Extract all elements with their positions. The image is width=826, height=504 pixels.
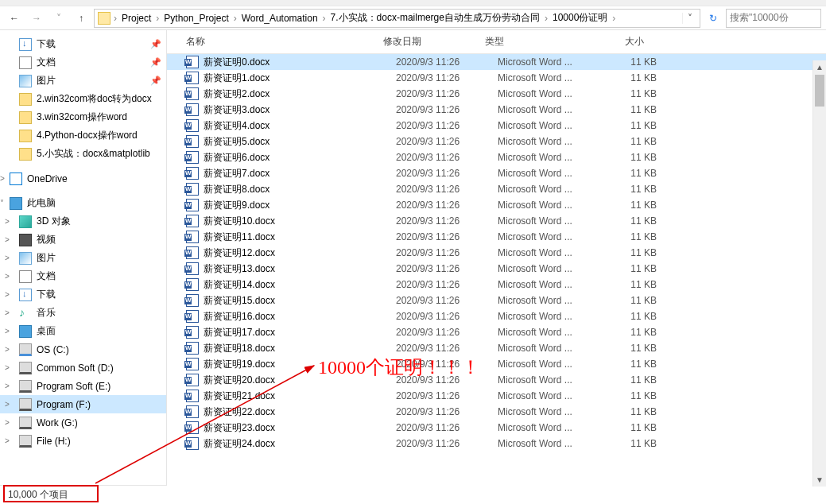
file-row[interactable]: 薪资证明17.docx2020/9/3 11:26Microsoft Word … bbox=[167, 324, 826, 340]
breadcrumb-seg[interactable]: Python_Project bbox=[162, 13, 230, 24]
quick-access-item[interactable]: 图片📌 bbox=[0, 72, 166, 90]
chevron-right-icon[interactable]: › bbox=[321, 13, 328, 24]
file-type: Microsoft Word ... bbox=[498, 327, 593, 338]
expand-chevron-icon[interactable]: > bbox=[5, 327, 10, 335]
file-row[interactable]: 薪资证明21.docx2020/9/3 11:26Microsoft Word … bbox=[167, 388, 826, 404]
refresh-button[interactable]: ↻ bbox=[704, 9, 723, 28]
chevron-right-icon[interactable]: › bbox=[112, 13, 118, 24]
file-date: 2020/9/3 11:26 bbox=[396, 136, 498, 147]
expand-chevron-icon[interactable]: > bbox=[5, 254, 10, 262]
file-size: 11 KB bbox=[593, 390, 657, 401]
column-headers[interactable]: 名称 修改日期 类型 大小 bbox=[167, 30, 826, 54]
nav-up-button[interactable]: ↑ bbox=[72, 9, 91, 28]
pc-item[interactable]: >Common Soft (D:) bbox=[0, 359, 166, 377]
file-row[interactable]: 薪资证明16.docx2020/9/3 11:26Microsoft Word … bbox=[167, 308, 826, 324]
nav-recent-dropdown[interactable]: ˅ bbox=[49, 9, 68, 28]
quick-access-item[interactable]: 文档📌 bbox=[0, 53, 166, 72]
pc-item[interactable]: >文档 bbox=[0, 267, 166, 285]
col-type[interactable]: 类型 bbox=[485, 35, 580, 48]
onedrive-node[interactable]: >OneDrive bbox=[0, 169, 166, 188]
file-row[interactable]: 薪资证明7.docx2020/9/3 11:26Microsoft Word .… bbox=[167, 165, 826, 181]
breadcrumb-seg[interactable]: Word_Automation bbox=[240, 13, 320, 24]
expand-chevron-icon[interactable]: ˅ bbox=[0, 199, 4, 207]
quick-access-item[interactable]: 4.Python-docx操作word bbox=[0, 126, 166, 145]
file-size: 11 KB bbox=[593, 104, 657, 115]
chevron-right-icon[interactable]: › bbox=[543, 13, 549, 24]
quick-access-item[interactable]: 3.win32com操作word bbox=[0, 108, 166, 126]
quick-access-item[interactable]: 5.小实战：docx&matplotlib bbox=[0, 145, 166, 163]
file-row[interactable]: 薪资证明14.docx2020/9/3 11:26Microsoft Word … bbox=[167, 277, 826, 293]
file-row[interactable]: 薪资证明13.docx2020/9/3 11:26Microsoft Word … bbox=[167, 261, 826, 277]
pc-item[interactable]: >视频 bbox=[0, 231, 166, 249]
desktop-icon bbox=[19, 325, 32, 338]
file-row[interactable]: 薪资证明9.docx2020/9/3 11:26Microsoft Word .… bbox=[167, 197, 826, 213]
scroll-down-button[interactable]: ▼ bbox=[813, 473, 826, 487]
file-row[interactable]: 薪资证明0.docx2020/9/3 11:26Microsoft Word .… bbox=[167, 54, 826, 70]
pc-item[interactable]: >下载 bbox=[0, 285, 166, 304]
pc-item[interactable]: >Work (G:) bbox=[0, 413, 166, 432]
chevron-right-icon[interactable]: › bbox=[611, 13, 617, 24]
file-row[interactable]: 薪资证明24.docx2020/9/3 11:26Microsoft Word … bbox=[167, 436, 826, 452]
scroll-up-button[interactable]: ▲ bbox=[813, 60, 826, 74]
pc-item[interactable]: >3D 对象 bbox=[0, 212, 166, 231]
navigation-tree[interactable]: 下载📌文档📌图片📌2.win32com将doc转为docx3.win32com操… bbox=[0, 30, 167, 487]
file-row[interactable]: 薪资证明2.docx2020/9/3 11:26Microsoft Word .… bbox=[167, 86, 826, 102]
file-row[interactable]: 薪资证明6.docx2020/9/3 11:26Microsoft Word .… bbox=[167, 149, 826, 165]
file-date: 2020/9/3 11:26 bbox=[396, 120, 498, 131]
file-row[interactable]: 薪资证明22.docx2020/9/3 11:26Microsoft Word … bbox=[167, 404, 826, 420]
col-name[interactable]: 名称 bbox=[186, 35, 383, 48]
file-row[interactable]: 薪资证明5.docx2020/9/3 11:26Microsoft Word .… bbox=[167, 134, 826, 149]
expand-chevron-icon[interactable]: > bbox=[0, 174, 5, 183]
file-row[interactable]: 薪资证明19.docx2020/9/3 11:26Microsoft Word … bbox=[167, 356, 826, 372]
file-row[interactable]: 薪资证明18.docx2020/9/3 11:26Microsoft Word … bbox=[167, 340, 826, 356]
quick-access-item[interactable]: 2.win32com将doc转为docx bbox=[0, 90, 166, 108]
file-row[interactable]: 薪资证明12.docx2020/9/3 11:26Microsoft Word … bbox=[167, 245, 826, 261]
pc-item[interactable]: >Program Soft (E:) bbox=[0, 377, 166, 395]
breadcrumb-seg[interactable]: Project bbox=[120, 13, 153, 24]
address-history-dropdown[interactable]: ˅ bbox=[682, 13, 696, 24]
expand-chevron-icon[interactable]: > bbox=[5, 382, 10, 390]
pc-item[interactable]: >♪音乐 bbox=[0, 304, 166, 322]
nav-back-button[interactable]: ← bbox=[5, 9, 24, 28]
quick-access-item[interactable]: 下载📌 bbox=[0, 35, 166, 53]
expand-chevron-icon[interactable]: > bbox=[5, 436, 10, 445]
expand-chevron-icon[interactable]: > bbox=[5, 235, 10, 244]
expand-chevron-icon[interactable]: > bbox=[5, 272, 10, 281]
breadcrumb-seg[interactable]: 10000份证明 bbox=[551, 11, 609, 25]
pc-item[interactable]: >图片 bbox=[0, 249, 166, 267]
expand-chevron-icon[interactable]: > bbox=[5, 217, 10, 226]
expand-chevron-icon[interactable]: > bbox=[5, 290, 10, 299]
scroll-thumb[interactable] bbox=[815, 75, 824, 107]
file-row[interactable]: 薪资证明1.docx2020/9/3 11:26Microsoft Word .… bbox=[167, 70, 826, 86]
col-size[interactable]: 大小 bbox=[580, 35, 644, 48]
file-row[interactable]: 薪资证明15.docx2020/9/3 11:26Microsoft Word … bbox=[167, 293, 826, 308]
expand-chevron-icon[interactable]: > bbox=[5, 345, 10, 354]
col-date[interactable]: 修改日期 bbox=[383, 35, 485, 48]
file-row[interactable]: 薪资证明11.docx2020/9/3 11:26Microsoft Word … bbox=[167, 229, 826, 245]
file-name: 薪资证明5.docx bbox=[204, 135, 396, 149]
nav-forward-button[interactable]: → bbox=[27, 9, 46, 28]
file-row[interactable]: 薪资证明4.docx2020/9/3 11:26Microsoft Word .… bbox=[167, 118, 826, 134]
file-row[interactable]: 薪资证明23.docx2020/9/3 11:26Microsoft Word … bbox=[167, 420, 826, 436]
chevron-right-icon[interactable]: › bbox=[154, 13, 161, 24]
search-input[interactable]: 搜索"10000份 bbox=[726, 9, 821, 28]
expand-chevron-icon[interactable]: > bbox=[5, 418, 10, 427]
pin-icon: 📌 bbox=[150, 76, 161, 86]
vertical-scrollbar[interactable]: ▲ ▼ bbox=[812, 60, 826, 487]
pc-item[interactable]: >桌面 bbox=[0, 322, 166, 340]
expand-chevron-icon[interactable]: > bbox=[5, 363, 10, 372]
file-row[interactable]: 薪资证明20.docx2020/9/3 11:26Microsoft Word … bbox=[167, 372, 826, 388]
pc-item[interactable]: >Program (F:) bbox=[0, 395, 166, 413]
file-row[interactable]: 薪资证明3.docx2020/9/3 11:26Microsoft Word .… bbox=[167, 102, 826, 118]
expand-chevron-icon[interactable]: > bbox=[5, 400, 10, 409]
pc-item[interactable]: >File (H:) bbox=[0, 432, 166, 450]
file-list[interactable]: 薪资证明0.docx2020/9/3 11:26Microsoft Word .… bbox=[167, 54, 826, 487]
this-pc-node[interactable]: ˅此电脑 bbox=[0, 194, 166, 212]
breadcrumb-seg[interactable]: 7.小实战：docx-mailmerge自动生成万份劳动合同 bbox=[329, 11, 541, 25]
file-row[interactable]: 薪资证明8.docx2020/9/3 11:26Microsoft Word .… bbox=[167, 181, 826, 197]
pc-item[interactable]: >OS (C:) bbox=[0, 340, 166, 359]
file-row[interactable]: 薪资证明10.docx2020/9/3 11:26Microsoft Word … bbox=[167, 213, 826, 229]
chevron-right-icon[interactable]: › bbox=[232, 13, 238, 24]
breadcrumb-field[interactable]: › Project › Python_Project › Word_Automa… bbox=[94, 9, 700, 28]
expand-chevron-icon[interactable]: > bbox=[5, 308, 10, 317]
